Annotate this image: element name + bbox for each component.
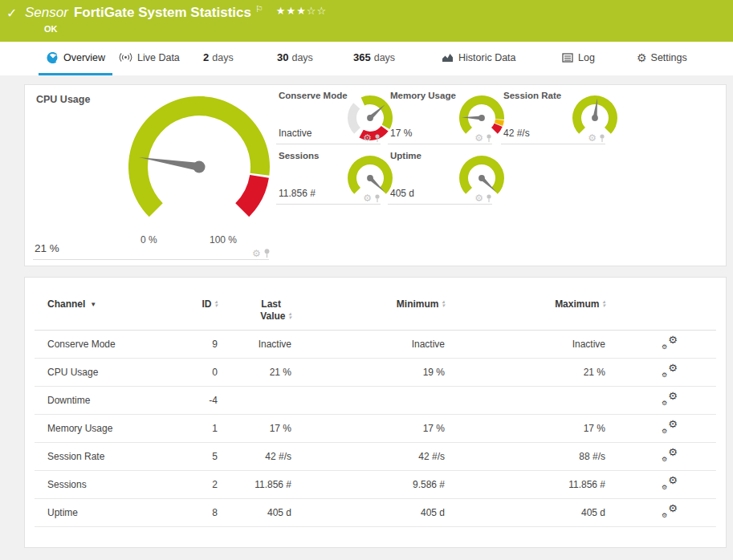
tab-live-data[interactable]: Live Data [119,42,180,73]
sensor-status-text: OK [44,24,58,34]
channel-name: CPU Usage [47,367,176,378]
table-row: Downtime-4⚙⚙ [35,387,716,415]
sort-active-icon: ▼ [90,301,96,308]
tab-label: days [374,52,395,63]
pin-icon[interactable] [486,194,492,203]
tab-label: Log [578,52,595,63]
sort-icon: ▴▾ [214,300,218,307]
tab-log[interactable]: Log [562,42,595,73]
gear-icon[interactable]: ⚙ [252,249,261,258]
tab-30-days[interactable]: 30 days [277,42,313,73]
gear-icon[interactable]: ⚙ [363,133,372,143]
gear-icon[interactable]: ⚙ [474,193,483,203]
column-header-id[interactable]: ID▴▾ [176,298,218,310]
column-header-maximum[interactable]: Maximum▴▾ [445,298,605,310]
maximum-value: Inactive [445,339,605,350]
pin-icon[interactable] [374,194,381,203]
gauge-panel-uptime: Uptime405 d⚙ [388,148,492,205]
channels-table-panel: Channel▼ ID▴▾ Last Value▴▾ Minimum▴▾ Max… [24,277,727,548]
gauge-panel-session_rate: Session Rate42 #/s⚙ [501,87,605,144]
tab-365-days[interactable]: 365 days [353,42,395,73]
flag-icon[interactable]: ⚐ [255,4,263,14]
tab-label: Overview [63,52,105,63]
column-header-minimum[interactable]: Minimum▴▾ [291,298,445,310]
tab-label: days [212,52,233,63]
page-title: FortiGate System Statistics [74,5,251,21]
tab-overview[interactable]: Overview [47,42,105,73]
channel-id: 9 [176,339,218,350]
pin-icon[interactable] [263,249,271,258]
tab-2-days[interactable]: 2 days [203,42,234,73]
maximum-value: 405 d [445,507,605,518]
gauge-panel-sessions: Sessions11.856 #⚙ [276,148,381,205]
gear-icon[interactable]: ⚙ [474,133,483,143]
gauge-panel-conserve: Conserve ModeInactive⚙ [276,87,381,144]
channel-settings-icon[interactable]: ⚙⚙ [662,336,678,350]
gauge-title: Session Rate [503,91,561,100]
channel-name: Session Rate [47,451,176,462]
tab-label: Live Data [137,52,180,63]
log-icon [562,53,573,63]
gauge-value: 17 % [390,128,412,139]
gear-icon[interactable]: ⚙ [363,193,372,203]
tab-number: 2 [203,51,209,63]
minimum-value: 9.586 # [291,479,445,490]
last-value: 17 % [218,423,291,434]
sensor-title-line: Sensor FortiGate System Statistics ⚐ ★★★… [25,5,327,21]
gauge-panel-memory: Memory Usage17 %⚙ [388,87,492,144]
priority-stars[interactable]: ★★★☆☆ [276,5,327,17]
channel-name: Uptime [47,507,176,518]
column-header-last-value[interactable]: Last Value▴▾ [218,298,291,322]
gauge-value: 42 #/s [503,128,530,139]
minimum-value: Inactive [291,339,445,350]
gear-icon: ⚙ [637,52,647,63]
channel-settings-icon[interactable]: ⚙⚙ [662,505,678,518]
status-ok-icon: ✓ [6,6,17,21]
gear-icon[interactable]: ⚙ [588,133,597,143]
pin-icon[interactable] [599,134,605,143]
tab-settings[interactable]: ⚙ Settings [637,42,687,73]
sort-icon: ▴▾ [602,300,605,307]
last-value: 42 #/s [218,451,291,462]
last-value: 21 % [218,367,291,378]
gauge-value: Inactive [279,128,312,139]
channel-settings-icon[interactable]: ⚙⚙ [662,364,678,378]
channel-id: 1 [176,423,218,434]
channel-settings-icon[interactable]: ⚙⚙ [662,420,678,434]
channel-settings-icon[interactable]: ⚙⚙ [662,477,678,490]
channel-id: 0 [176,367,218,378]
tab-number: 365 [353,51,371,63]
channel-settings-icon[interactable]: ⚙⚙ [662,392,678,406]
channel-settings-icon[interactable]: ⚙⚙ [662,448,678,462]
tab-label: Historic Data [458,52,516,63]
channel-id: 8 [176,507,218,518]
gauge-value: 405 d [390,188,414,199]
gauge-chart [128,95,271,238]
minimum-value: 19 % [291,367,445,378]
gauge-value: 11.856 # [279,188,316,199]
minimum-value: 405 d [291,507,445,518]
gauge-title: Sessions [279,151,320,160]
channel-name: Memory Usage [47,423,176,434]
sensor-header: ✓ Sensor FortiGate System Statistics ⚐ ★… [0,0,733,42]
maximum-value: 88 #/s [445,451,605,462]
table-row: Conserve Mode9InactiveInactiveInactive⚙⚙ [35,331,716,359]
column-header-channel[interactable]: Channel▼ [47,298,176,310]
broadcast-icon [119,52,132,63]
table-row: Session Rate542 #/s42 #/s88 #/s⚙⚙ [35,443,716,471]
cpu-gauge-title: CPU Usage [36,94,90,105]
gauge-title: Memory Usage [390,91,456,100]
pin-icon[interactable] [486,134,492,143]
channel-name: Sessions [47,479,176,490]
tab-historic-data[interactable]: Historic Data [442,42,516,73]
pin-icon[interactable] [374,134,381,143]
sort-icon: ▴▾ [288,312,291,319]
sort-icon: ▴▾ [442,300,445,307]
maximum-value: 17 % [445,423,605,434]
last-value: 405 d [218,507,291,518]
tab-label: days [291,52,312,63]
last-value: Inactive [218,339,291,350]
tab-number: 30 [277,51,288,63]
channel-id: 2 [176,479,218,490]
channel-id: -4 [176,395,218,406]
